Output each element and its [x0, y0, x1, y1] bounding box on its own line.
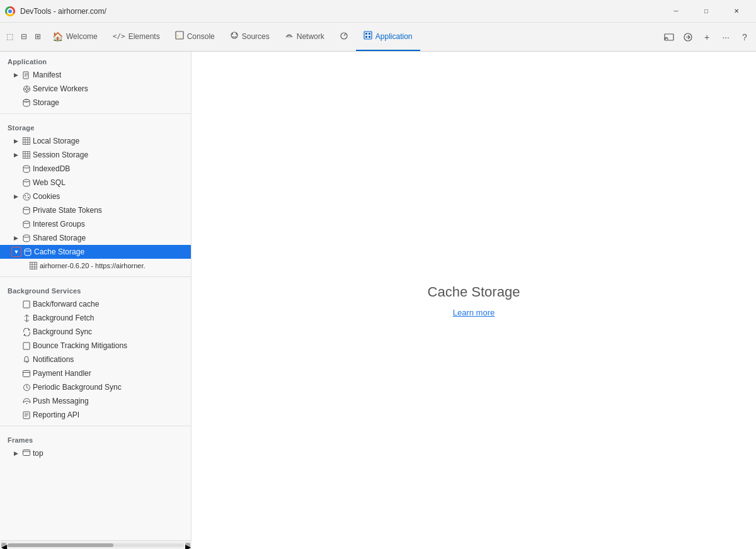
- tab-toggle-1[interactable]: ⬚: [3, 23, 17, 51]
- scroll-right-btn[interactable]: ▶: [185, 543, 190, 548]
- maximize-button[interactable]: □: [692, 1, 721, 21]
- reporting-api-label: Reporting API: [33, 410, 79, 419]
- scroll-thumb[interactable]: [8, 543, 113, 547]
- sidebar-item-bg-fetch[interactable]: Background Fetch: [0, 311, 191, 325]
- svg-rect-8: [364, 31, 372, 39]
- payment-handler-icon: [22, 369, 31, 378]
- pst-label: Private State Tokens: [33, 206, 102, 215]
- help-button[interactable]: ?: [736, 28, 753, 46]
- svg-point-40: [25, 195, 26, 196]
- sidebar-item-bounce-tracking[interactable]: Bounce Tracking Mitigations: [0, 339, 191, 353]
- websql-icon: [22, 178, 31, 187]
- bg-sync-label: Background Sync: [33, 327, 92, 336]
- svg-rect-68: [23, 450, 30, 456]
- svg-rect-32: [23, 152, 30, 159]
- svg-rect-53: [23, 301, 30, 308]
- svg-line-62: [26, 387, 28, 388]
- tab-network[interactable]: Network: [277, 23, 332, 51]
- scroll-left-btn[interactable]: ◀: [1, 543, 6, 548]
- drawer-icon: ⊞: [35, 32, 41, 41]
- bg-sync-icon: [22, 327, 31, 336]
- top-expand: ▶: [11, 449, 20, 458]
- push-messaging-label: Push Messaging: [33, 397, 89, 405]
- sidebar-item-cache-entry[interactable]: airhorner-0.6.20 - https://airhorner.: [0, 259, 191, 273]
- sidebar-item-indexeddb[interactable]: IndexedDB: [0, 162, 191, 176]
- toggle-icon: ⬚: [6, 32, 13, 41]
- payment-expand-placeholder: [11, 369, 20, 378]
- tab-toggle-3[interactable]: ⊞: [31, 23, 45, 51]
- bg-services-section-label: Background Services: [0, 281, 191, 297]
- sidebar-item-local-storage[interactable]: ▶ Local Storage: [0, 134, 191, 148]
- svg-text:›_: ›_: [177, 33, 182, 38]
- sidebar-item-reporting-api[interactable]: Reporting API: [0, 408, 191, 422]
- divider-3: [0, 426, 191, 426]
- sidebar-item-bfcache[interactable]: Back/forward cache: [0, 297, 191, 311]
- svg-rect-64: [23, 412, 30, 419]
- payment-handler-label: Payment Handler: [33, 369, 91, 378]
- sidebar-item-cookies[interactable]: ▶ Cookies: [0, 190, 191, 203]
- sidebar-item-payment-handler[interactable]: Payment Handler: [0, 366, 191, 380]
- remote-debug-button[interactable]: [679, 28, 697, 46]
- svg-line-7: [344, 33, 346, 36]
- sources-icon: [230, 31, 239, 42]
- ig-expand-placeholder: [11, 220, 20, 229]
- session-storage-icon: [22, 150, 31, 159]
- sidebar-item-session-storage[interactable]: ▶ Session Storage: [0, 148, 191, 162]
- more-button[interactable]: ···: [717, 28, 735, 46]
- minimize-button[interactable]: ─: [662, 1, 690, 21]
- tab-actions: + ··· ?: [660, 23, 753, 51]
- svg-point-4: [236, 33, 237, 35]
- sidebar-item-periodic-sync[interactable]: Periodic Background Sync: [0, 380, 191, 394]
- tab-performance[interactable]: [332, 23, 356, 51]
- svg-rect-11: [365, 36, 367, 38]
- bounce-tracking-label: Bounce Tracking Mitigations: [33, 341, 127, 350]
- svg-rect-12: [369, 36, 370, 38]
- scroll-track: [8, 543, 184, 547]
- local-storage-label: Local Storage: [33, 137, 79, 145]
- console-icon: ›_: [175, 31, 184, 42]
- cache-storage-expand: ▼: [11, 247, 21, 257]
- sidebar-item-cache-storage[interactable]: ▼ Cache Storage: [0, 245, 191, 259]
- manifest-icon: [22, 71, 31, 79]
- application-section-label: Application: [0, 52, 191, 68]
- sidebar-item-manifest[interactable]: ▶ Manifest: [0, 68, 191, 82]
- window-title: DevTools - airhorner.com/: [20, 7, 106, 16]
- tab-welcome[interactable]: 🏠 Welcome: [45, 23, 105, 51]
- cast-button[interactable]: [660, 28, 678, 46]
- bgfetch-expand-placeholder: [11, 314, 20, 322]
- sidebar-item-interest-groups[interactable]: Interest Groups: [0, 217, 191, 231]
- tab-elements[interactable]: </> Elements: [105, 23, 168, 51]
- sidebar-item-notifications[interactable]: Notifications: [0, 353, 191, 366]
- tab-toggle-2[interactable]: ⊟: [17, 23, 31, 51]
- sidebar-item-private-state-tokens[interactable]: Private State Tokens: [0, 203, 191, 217]
- websql-expand-placeholder: [11, 178, 20, 187]
- title-bar: DevTools - airhorner.com/ ─ □ ✕: [0, 0, 756, 23]
- tab-sources-label: Sources: [242, 32, 270, 41]
- tab-bar: ⬚ ⊟ ⊞ 🏠 Welcome </> Elements ›_ Console …: [0, 23, 756, 52]
- tab-application-label: Application: [375, 32, 413, 41]
- tab-application[interactable]: Application: [356, 23, 420, 51]
- sidebar-item-bg-sync[interactable]: Background Sync: [0, 325, 191, 339]
- sidebar-item-shared-storage[interactable]: ▶ Shared Storage: [0, 231, 191, 245]
- new-tab-button[interactable]: +: [698, 28, 716, 46]
- cache-storage-icon: [23, 247, 32, 256]
- indexeddb-icon: [22, 164, 31, 173]
- tab-elements-label: Elements: [129, 32, 160, 41]
- sidebar-scrollbar[interactable]: ◀ ▶: [0, 540, 192, 549]
- sidebar-item-websql[interactable]: Web SQL: [0, 176, 191, 190]
- close-button[interactable]: ✕: [722, 1, 751, 21]
- indexeddb-label: IndexedDB: [33, 164, 70, 173]
- tab-sources[interactable]: Sources: [222, 23, 277, 51]
- svg-rect-48: [30, 263, 37, 269]
- svg-rect-27: [23, 138, 30, 145]
- sidebar-item-push-messaging[interactable]: Push Messaging: [0, 394, 191, 408]
- bfcache-label: Back/forward cache: [33, 300, 99, 308]
- sidebar-item-storage-app[interactable]: Storage: [0, 96, 191, 110]
- learn-more-link[interactable]: Learn more: [453, 308, 495, 317]
- bounce-tracking-icon: [22, 341, 31, 350]
- tab-console[interactable]: ›_ Console: [168, 23, 222, 51]
- storage-app-label: Storage: [33, 98, 59, 107]
- pst-expand-placeholder: [11, 206, 20, 215]
- sidebar-item-top[interactable]: ▶ top: [0, 446, 191, 460]
- sidebar-item-service-workers[interactable]: Service Workers: [0, 82, 191, 96]
